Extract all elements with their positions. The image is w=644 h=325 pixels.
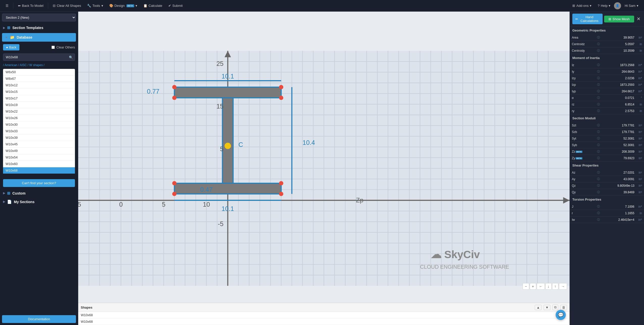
shape-list-item[interactable]: W10x54 <box>3 154 75 161</box>
zoom-out-button[interactable]: − <box>523 283 529 290</box>
info-icon[interactable]: ⓘ <box>595 189 605 196</box>
info-icon[interactable]: ⓘ <box>595 176 605 182</box>
pan-left-button[interactable]: ← <box>537 283 545 290</box>
pan-right-button[interactable]: → <box>559 283 567 290</box>
svg-text:5: 5 <box>162 201 166 208</box>
shape-list-item[interactable]: W10x68 <box>3 167 75 174</box>
my-sections-header[interactable]: ▶ 📄 My Sections <box>0 198 78 206</box>
info-icon[interactable]: ⓘ <box>595 41 608 47</box>
shape-list-item[interactable]: W10x45 <box>3 141 75 148</box>
info-icon[interactable]: ⓘ <box>595 129 607 135</box>
info-icon[interactable]: ⓘ <box>595 122 607 129</box>
info-icon[interactable]: ⓘ <box>595 203 605 210</box>
shape-list-item[interactable]: W10x22 <box>3 108 75 115</box>
cant-find-button[interactable]: Can't find your section? <box>3 179 75 187</box>
props-section-title: Geometric Properties <box>570 26 644 34</box>
section-dropdown[interactable]: Section 2 (New) <box>2 14 76 21</box>
shapes-copy-button[interactable]: ⧉ <box>552 305 558 310</box>
info-icon[interactable]: ⓘ <box>595 142 607 148</box>
props-row: Qyⓘ39.8469in³ <box>570 189 644 196</box>
shape-list-item[interactable]: W10x12 <box>3 82 75 89</box>
clear-icon: ⊟ <box>53 4 56 8</box>
section-templates-header[interactable]: ▶ ⊞ Section Templates <box>0 23 78 32</box>
props-row: ZzBETAⓘ208.3009in³ <box>570 148 644 155</box>
zoom-in-button[interactable]: + <box>530 283 536 290</box>
addons-button[interactable]: ⊞ Add-ons ▾ <box>570 3 594 9</box>
info-icon[interactable]: ⓘ <box>595 216 605 223</box>
main-layout: Section 2 (New) ▶ ⊞ Section Templates ▼ … <box>0 12 644 325</box>
shape-list-item[interactable]: W10x17 <box>3 95 75 102</box>
shape-list-item[interactable]: W10x60 <box>3 161 75 167</box>
shape-list-item[interactable]: W6x50 <box>3 69 75 75</box>
canvas-area[interactable]: 10.1 10.1 10.4 0.77 0.47 C Zp 25 15 5 -5… <box>78 12 570 325</box>
svg-text:-5: -5 <box>78 201 81 208</box>
database-header[interactable]: ▼ 📁 Database <box>2 33 76 42</box>
info-icon[interactable]: ⓘ <box>595 182 605 189</box>
section-select-wrapper[interactable]: Section 2 (New) <box>2 14 76 21</box>
shape-list-item[interactable]: W10x39 <box>3 134 75 141</box>
info-icon[interactable]: ⓘ <box>595 169 605 176</box>
svg-text:25: 25 <box>216 60 223 67</box>
mesh-icon: ⊞ <box>608 17 611 21</box>
show-mesh-button[interactable]: ⊞ Show Mesh <box>604 16 634 22</box>
clear-all-shapes-button[interactable]: ⊟ Clear All Shapes <box>50 3 84 9</box>
info-icon[interactable]: ⓘ <box>595 47 608 54</box>
shapes-up-button[interactable]: ▲ <box>535 305 542 310</box>
user-menu-button[interactable]: Hi Sam ▾ <box>622 3 641 9</box>
shape-panel-row[interactable]: W10x68 <box>78 312 570 318</box>
shape-list-item[interactable]: W10x33 <box>3 128 75 134</box>
pan-up-button[interactable]: ↑ <box>552 283 558 290</box>
shape-list-item[interactable]: W10x49 <box>3 148 75 154</box>
info-icon[interactable]: ⓘ <box>595 135 607 142</box>
svg-point-77 <box>172 181 176 185</box>
info-icon[interactable]: ⓘ <box>595 82 606 88</box>
info-icon[interactable]: ⓘ <box>595 68 606 75</box>
calculate-button[interactable]: 📋 Calculate <box>141 3 165 9</box>
back-to-model-button[interactable]: ⬅ Back To Model <box>15 3 46 9</box>
svg-text:☁ SkyCiv: ☁ SkyCiv <box>431 249 480 260</box>
search-input[interactable] <box>3 53 75 61</box>
shapes-down-button[interactable]: ▼ <box>544 305 550 310</box>
custom-section-header[interactable]: ▶ ⊞ Custom <box>0 189 78 198</box>
tools-button[interactable]: 🔧 Tools ▾ <box>85 3 105 9</box>
info-icon[interactable]: ⓘ <box>595 95 606 101</box>
info-icon[interactable]: ⓘ <box>595 155 607 161</box>
info-icon[interactable]: ⓘ <box>595 108 606 114</box>
props-row: Iyⓘ264.6643in⁴ <box>570 68 644 75</box>
props-row: Ayⓘ43.0091in² <box>570 176 644 182</box>
help-button[interactable]: ? Help ▾ <box>595 3 613 9</box>
search-icon[interactable]: 🔍 <box>69 55 73 59</box>
shape-panel-row[interactable]: W10x68 <box>78 318 570 325</box>
clear-others-checkbox[interactable] <box>51 46 55 49</box>
submit-button[interactable]: ✔ Submit <box>166 3 185 9</box>
chat-bubble-button[interactable]: 💬 <box>556 310 566 320</box>
shape-list-item[interactable]: W10x19 <box>3 102 75 108</box>
hand-calculations-button[interactable]: ✏ Hand Calculations <box>572 14 603 24</box>
breadcrumb-text[interactable]: / American / AISC / W shapes / <box>3 63 44 67</box>
info-icon[interactable]: ⓘ <box>595 148 607 155</box>
props-row: Iypⓘ264.6617in⁴ <box>570 88 644 95</box>
info-icon[interactable]: ⓘ <box>595 62 606 68</box>
props-row: Iwⓘ2.46415e+4in⁶ <box>570 216 644 223</box>
topbar-right: ⊞ Add-ons ▾ ? Help ▾ 👤 Hi Sam ▾ <box>570 2 641 9</box>
shape-list-item[interactable]: W8x67 <box>3 75 75 82</box>
shape-list-item[interactable]: W10x15 <box>3 89 75 95</box>
svg-point-81 <box>225 143 231 149</box>
info-icon[interactable]: ⓘ <box>595 101 606 108</box>
back-button[interactable]: ● Back <box>3 44 19 50</box>
menu-button[interactable]: ☰ <box>3 3 11 9</box>
clear-others-label[interactable]: Clear Others <box>51 45 75 49</box>
design-button[interactable]: 🎨 Design BETA ▾ <box>107 3 140 9</box>
pan-down-button[interactable]: ↓ <box>545 283 552 290</box>
svg-text:15: 15 <box>216 103 223 110</box>
info-icon[interactable]: ⓘ <box>595 88 606 95</box>
documentation-button[interactable]: Documentation <box>2 315 76 323</box>
info-icon[interactable]: ⓘ <box>595 75 606 82</box>
info-icon[interactable]: ⓘ <box>595 34 608 41</box>
section-templates-label: Section Templates <box>12 26 43 30</box>
shapes-delete-button[interactable]: 🗑 <box>560 305 567 310</box>
shape-list-item[interactable]: W10x30 <box>3 121 75 128</box>
info-icon[interactable]: ⓘ <box>595 210 605 216</box>
shape-list-item[interactable]: W10x26 <box>3 115 75 121</box>
close-panel-button[interactable]: ✕ <box>636 15 641 23</box>
